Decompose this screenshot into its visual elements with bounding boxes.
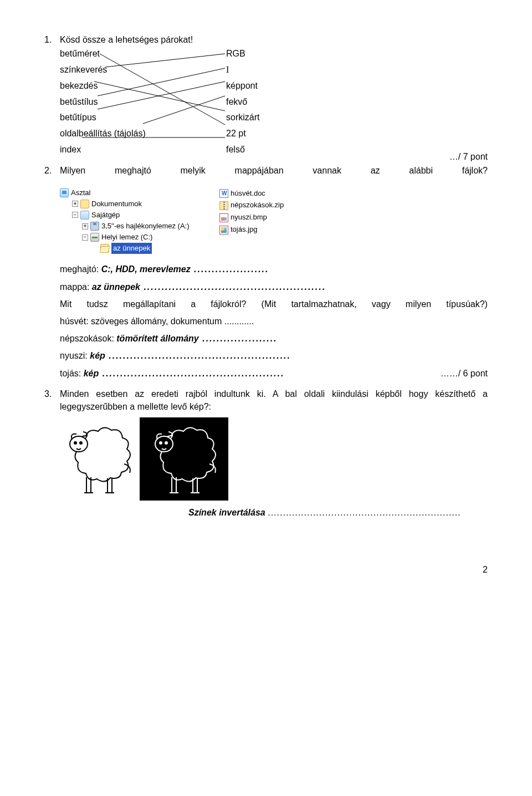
pair-right-item: képpont [226, 79, 259, 93]
tree-item-desktop: Asztal [60, 187, 204, 198]
mit-word: Mit [60, 298, 71, 310]
answer-label: népszokások: [60, 334, 116, 343]
answer-label: húsvét: [60, 317, 91, 326]
pair-right-item: 22 pt [226, 127, 259, 141]
q2-score: ……/ 6 pont [441, 367, 488, 380]
floppy-icon [90, 222, 99, 231]
file-row: húsvét.doc [219, 188, 284, 199]
answer-drive: meghajtó: C:, HDD, merevlemez [60, 263, 488, 275]
answer-left: tojás: kép [60, 367, 284, 380]
mit-word: (Mit [262, 298, 277, 310]
q3-number: 3. [44, 387, 60, 400]
matching-area: betűméret színkeverés bekezdés betűstílu… [60, 47, 488, 147]
pair-right-item: sorkizárt [226, 111, 259, 125]
sheep-original [60, 417, 137, 501]
doc-icon [219, 189, 228, 198]
answer-folder: mappa: az ünnepek [60, 280, 488, 293]
jpg-icon [219, 226, 228, 234]
dot-run [268, 508, 461, 517]
collapse-icon: − [72, 212, 78, 218]
tree-item-floppy: + 3,5"-es hajlékonylemez (A:) [60, 221, 204, 232]
pair-right-item: felső [226, 143, 259, 157]
answer-nepszokasok: népszokások: tömörített állomány [60, 332, 488, 345]
answer-value: szöveges állomány, dokumentum ..........… [91, 317, 254, 326]
pair-left-item: index [60, 143, 146, 157]
file-name: népszokások.zip [231, 200, 284, 211]
mit-word: típusúak?) [446, 298, 488, 310]
folder-tree: Asztal + Dokumentumok − Sajátgép + 3,5"-… [60, 187, 204, 254]
file-name: húsvét.doc [231, 188, 265, 199]
answer-label: tojás: [60, 369, 84, 378]
folder-open-icon [100, 244, 109, 253]
q3-text: Minden esetben az eredeti rajból indultu… [60, 387, 488, 413]
tree-item-drive-c: − Helyi lemez (C:) [60, 232, 204, 243]
q2-word: az [371, 164, 380, 177]
tree-label-selected: az ünnepek [111, 243, 152, 254]
pair-left-item: betűméret [60, 47, 146, 61]
invert-value: Színek invertálása [188, 508, 265, 517]
mit-question: Mit tudsz megállapítani a fájlokról? (Mi… [60, 298, 488, 310]
pair-left-item: bekezdés [60, 79, 146, 93]
file-name: nyuszi.bmp [231, 212, 267, 223]
pair-left-item: betűstílus [60, 95, 146, 109]
q2-text: Milyen meghajtó melyik mappájában vannak… [60, 164, 488, 177]
tree-item-selected: az ünnepek [60, 243, 204, 254]
file-name: tojás.jpg [231, 224, 257, 235]
desktop-icon [60, 188, 69, 197]
answer-tojas: tojás: kép ……/ 6 pont [60, 367, 488, 380]
expand-icon: + [82, 223, 88, 229]
mit-word: a [191, 298, 196, 310]
q2-word: meghajtó [115, 164, 151, 177]
answer-value: C:, HDD, merevlemez [101, 264, 269, 274]
question-2: 2. Milyen meghajtó melyik mappájában van… [44, 164, 488, 177]
tree-item-computer: − Sajátgép [60, 210, 204, 221]
mit-word: tudsz [87, 298, 108, 310]
answer-value: az ünnepek [92, 282, 326, 292]
collapse-icon: − [82, 234, 88, 241]
pair-left-item: betűtípus [60, 111, 146, 125]
answer-value: kép [84, 369, 285, 378]
tree-label: Dokumentumok [91, 198, 142, 210]
bmp-icon [219, 213, 228, 222]
pair-left-item: színkeverés [60, 63, 146, 77]
sheep-images [60, 417, 488, 501]
tree-item-documents: + Dokumentumok [60, 198, 204, 210]
q2-number: 2. [44, 164, 60, 177]
svg-point-9 [74, 442, 76, 444]
mit-word: vagy [372, 298, 391, 310]
mit-word: fájlokról? [211, 298, 246, 310]
answer-label: mappa: [60, 282, 92, 292]
tree-label: Asztal [71, 187, 90, 198]
answer-value: tömörített állomány [116, 334, 277, 343]
q2-word: melyik [181, 164, 206, 177]
computer-icon [80, 211, 89, 220]
mit-word: tartalmazhatnak, [291, 298, 356, 310]
q2-word: mappájában [235, 164, 284, 177]
page-number: 2 [44, 563, 488, 576]
zip-icon [219, 201, 228, 210]
answer-nyuszi: nyuszi: kép [60, 349, 488, 362]
answer-label: meghajtó: [60, 264, 101, 274]
drive-icon [90, 233, 99, 242]
pair-right-item: RGB [226, 47, 259, 61]
pair-left-item: oldalbeállítás (tájolás) [60, 127, 146, 141]
tree-label: 3,5"-es hajlékonylemez (A:) [101, 221, 190, 232]
answer-value: kép [90, 351, 291, 360]
answer-label: nyuszi: [60, 351, 90, 360]
answer-invert: Színek invertálása [188, 506, 488, 519]
svg-point-10 [80, 442, 82, 444]
q1-title: Kösd össze a lehetséges párokat! [60, 33, 488, 46]
tree-label: Helyi lemez (C:) [101, 232, 152, 243]
question-3: 3. Minden esetben az eredeti rajból indu… [44, 387, 488, 413]
expand-icon: + [72, 201, 78, 207]
file-row: tojás.jpg [219, 224, 284, 235]
svg-line-5 [143, 96, 225, 124]
explorer-screenshot: Asztal + Dokumentumok − Sajátgép + 3,5"-… [60, 187, 488, 254]
question-1: 1. Kösd össze a lehetséges párokat! [44, 33, 488, 46]
svg-point-14 [165, 442, 167, 444]
sheep-inverted [140, 417, 228, 501]
file-row: nyuszi.bmp [219, 212, 284, 223]
tree-label: Sajátgép [91, 210, 120, 221]
q2-word: Milyen [60, 164, 85, 177]
mit-word: megállapítani [123, 298, 176, 310]
